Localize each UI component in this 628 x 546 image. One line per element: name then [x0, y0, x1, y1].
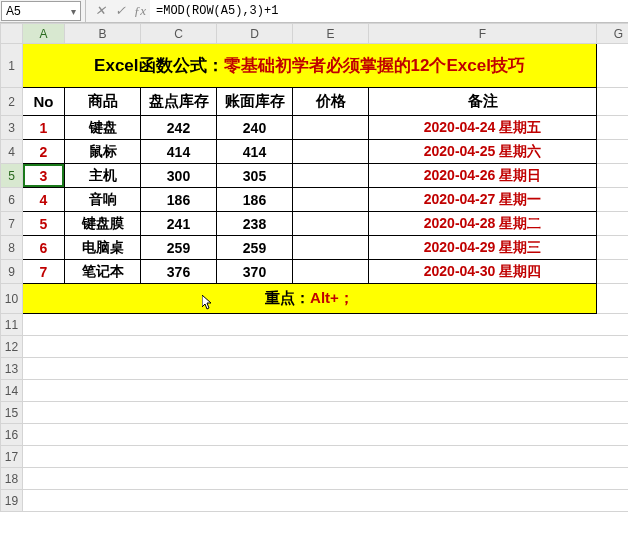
cell-G1[interactable] [597, 44, 629, 88]
cell-G7[interactable] [597, 212, 629, 236]
cell-G4[interactable] [597, 140, 629, 164]
empty-row[interactable] [23, 490, 629, 512]
cell-price[interactable] [293, 116, 369, 140]
cell-no[interactable]: 2 [23, 140, 65, 164]
cell-book[interactable]: 370 [217, 260, 293, 284]
row-head-8[interactable]: 8 [1, 236, 23, 260]
cell-price[interactable] [293, 140, 369, 164]
col-head-G[interactable]: G [597, 24, 629, 44]
header-price[interactable]: 价格 [293, 88, 369, 116]
empty-row[interactable] [23, 336, 629, 358]
header-no[interactable]: No [23, 88, 65, 116]
cell-remark[interactable]: 2020-04-29 星期三 [369, 236, 597, 260]
cell-book[interactable]: 259 [217, 236, 293, 260]
cell-price[interactable] [293, 212, 369, 236]
cell-count[interactable]: 414 [141, 140, 217, 164]
cell-remark[interactable]: 2020-04-27 星期一 [369, 188, 597, 212]
empty-row[interactable] [23, 314, 629, 336]
cell-count[interactable]: 186 [141, 188, 217, 212]
row-head-13[interactable]: 13 [1, 358, 23, 380]
col-head-D[interactable]: D [217, 24, 293, 44]
cell-G6[interactable] [597, 188, 629, 212]
cell-product[interactable]: 主机 [65, 164, 141, 188]
row-head-19[interactable]: 19 [1, 490, 23, 512]
row-head-7[interactable]: 7 [1, 212, 23, 236]
cell-product[interactable]: 笔记本 [65, 260, 141, 284]
col-head-F[interactable]: F [369, 24, 597, 44]
row-head-5[interactable]: 5 [1, 164, 23, 188]
row-head-1[interactable]: 1 [1, 44, 23, 88]
cell-G9[interactable] [597, 260, 629, 284]
row-head-17[interactable]: 17 [1, 446, 23, 468]
row-head-12[interactable]: 12 [1, 336, 23, 358]
confirm-button[interactable]: ✓ [110, 1, 130, 21]
row-head-14[interactable]: 14 [1, 380, 23, 402]
cell-count[interactable]: 300 [141, 164, 217, 188]
select-all-corner[interactable] [1, 24, 23, 44]
cell-G5[interactable] [597, 164, 629, 188]
empty-row[interactable] [23, 424, 629, 446]
cell-product[interactable]: 电脑桌 [65, 236, 141, 260]
cell-count[interactable]: 241 [141, 212, 217, 236]
cell-remark[interactable]: 2020-04-26 星期日 [369, 164, 597, 188]
cell-remark[interactable]: 2020-04-28 星期二 [369, 212, 597, 236]
col-head-A[interactable]: A [23, 24, 65, 44]
cell-product[interactable]: 键盘膜 [65, 212, 141, 236]
row-head-9[interactable]: 9 [1, 260, 23, 284]
cell-book[interactable]: 305 [217, 164, 293, 188]
cell-count[interactable]: 376 [141, 260, 217, 284]
cell-no[interactable]: 3 [23, 164, 65, 188]
cell-G3[interactable] [597, 116, 629, 140]
empty-row[interactable] [23, 380, 629, 402]
cell-count[interactable]: 242 [141, 116, 217, 140]
row-head-18[interactable]: 18 [1, 468, 23, 490]
spreadsheet-grid[interactable]: A B C D E F G 1 Excel函数公式：零基础初学者必须掌握的12个… [0, 23, 628, 546]
col-head-E[interactable]: E [293, 24, 369, 44]
cell-product[interactable]: 鼠标 [65, 140, 141, 164]
cell-price[interactable] [293, 164, 369, 188]
row-head-16[interactable]: 16 [1, 424, 23, 446]
cell-no[interactable]: 7 [23, 260, 65, 284]
cell-remark[interactable]: 2020-04-30 星期四 [369, 260, 597, 284]
title-cell[interactable]: Excel函数公式：零基础初学者必须掌握的12个Excel技巧 [23, 44, 597, 88]
row-head-2[interactable]: 2 [1, 88, 23, 116]
cell-no[interactable]: 1 [23, 116, 65, 140]
fx-icon[interactable]: ƒx [130, 1, 150, 21]
empty-row[interactable] [23, 446, 629, 468]
header-book[interactable]: 账面库存 [217, 88, 293, 116]
empty-row[interactable] [23, 358, 629, 380]
row-head-10[interactable]: 10 [1, 284, 23, 314]
formula-input[interactable] [150, 0, 628, 22]
cell-book[interactable]: 186 [217, 188, 293, 212]
cell-price[interactable] [293, 236, 369, 260]
cell-G8[interactable] [597, 236, 629, 260]
name-box-dropdown-icon[interactable]: ▾ [66, 6, 80, 17]
cell-remark[interactable]: 2020-04-25 星期六 [369, 140, 597, 164]
row-head-4[interactable]: 4 [1, 140, 23, 164]
name-box[interactable]: A5 ▾ [1, 1, 81, 21]
row-head-15[interactable]: 15 [1, 402, 23, 424]
cancel-button[interactable]: ✕ [90, 1, 110, 21]
cell-no[interactable]: 5 [23, 212, 65, 236]
row-head-3[interactable]: 3 [1, 116, 23, 140]
cell-book[interactable]: 414 [217, 140, 293, 164]
cell-G10[interactable] [597, 284, 629, 314]
header-count[interactable]: 盘点库存 [141, 88, 217, 116]
row-head-6[interactable]: 6 [1, 188, 23, 212]
empty-row[interactable] [23, 468, 629, 490]
header-product[interactable]: 商品 [65, 88, 141, 116]
cell-book[interactable]: 238 [217, 212, 293, 236]
cell-price[interactable] [293, 188, 369, 212]
col-head-B[interactable]: B [65, 24, 141, 44]
footer-cell[interactable]: 重点：Alt+； [23, 284, 597, 314]
cell-book[interactable]: 240 [217, 116, 293, 140]
cell-G2[interactable] [597, 88, 629, 116]
row-head-11[interactable]: 11 [1, 314, 23, 336]
cell-count[interactable]: 259 [141, 236, 217, 260]
cell-no[interactable]: 4 [23, 188, 65, 212]
col-head-C[interactable]: C [141, 24, 217, 44]
cell-product[interactable]: 音响 [65, 188, 141, 212]
cell-price[interactable] [293, 260, 369, 284]
cell-product[interactable]: 键盘 [65, 116, 141, 140]
cell-no[interactable]: 6 [23, 236, 65, 260]
